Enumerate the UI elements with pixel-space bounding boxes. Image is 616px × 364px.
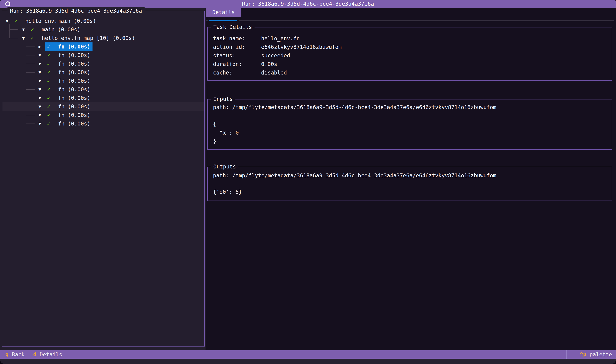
tree-item[interactable]: ▼✓hello_env.fn_map [10] (0.00s)	[2, 34, 204, 42]
detail-row: cache:disabled	[213, 68, 612, 77]
expanded-arrow-icon[interactable]: ▼	[38, 102, 47, 111]
tree-item-label: fn (0.00s)	[58, 111, 90, 119]
tree-item-label: fn (0.00s)	[58, 102, 90, 111]
expanded-arrow-icon[interactable]: ▼	[22, 25, 31, 34]
detail-value: disabled	[261, 68, 287, 77]
expanded-arrow-icon[interactable]: ▼	[6, 17, 14, 25]
detail-label: status:	[213, 51, 261, 60]
inputs-title: Inputs	[211, 95, 235, 103]
detail-row: status:succeeded	[213, 51, 612, 60]
success-check-icon: ✓	[47, 68, 58, 77]
success-check-icon: ✓	[47, 119, 58, 128]
hotkey-letter: q	[5, 351, 9, 358]
success-check-icon: ✓	[47, 111, 58, 119]
left-region: Run: 3618a6a9-3d5d-4d6c-bce4-3de3a4a37e6…	[0, 8, 205, 350]
tree-item[interactable]: ▼✓fn (0.00s)	[2, 60, 204, 68]
inputs-box: Inputs path: /tmp/flyte/metadata/3618a6a…	[207, 99, 612, 150]
tree-item-label: hello_env.main (0.00s)	[25, 17, 96, 25]
tree-item[interactable]: ▼✓fn (0.00s)	[2, 85, 204, 94]
expanded-arrow-icon[interactable]: ▼	[38, 111, 47, 119]
hotkey-label: Back	[9, 351, 25, 358]
tree-item[interactable]: ▼✓fn (0.00s)	[2, 102, 204, 111]
expanded-arrow-icon[interactable]: ▼	[38, 60, 47, 68]
success-check-icon: ✓	[47, 77, 58, 85]
task-details-title: Task Details	[211, 23, 255, 31]
success-check-icon: ✓	[47, 60, 58, 68]
tab-active-indicator	[209, 20, 237, 21]
expanded-arrow-icon[interactable]: ▼	[38, 119, 47, 128]
tree-item[interactable]: ▼✓fn (0.00s)	[2, 68, 204, 77]
detail-value: e646ztvkyv8714o16zbuwufom	[261, 43, 342, 51]
tree-item-label: fn (0.00s)	[58, 51, 90, 60]
hotkey-label: palette	[586, 351, 612, 358]
hotkey-letter: d	[33, 351, 36, 358]
run-title: Run: 3618a6a9-3d5d-4d6c-bce4-3de3a4a37e6…	[0, 0, 616, 8]
outputs-title: Outputs	[211, 163, 238, 170]
tree-item-label: fn (0.00s)	[58, 42, 90, 51]
tree-item-label: fn (0.00s)	[58, 119, 90, 128]
outputs-path: path: /tmp/flyte/metadata/3618a6a9-3d5d-…	[213, 171, 612, 180]
expanded-arrow-icon[interactable]: ▼	[38, 51, 47, 60]
run-tree-panel: Run: 3618a6a9-3d5d-4d6c-bce4-3de3a4a37e6…	[2, 11, 205, 347]
tree-item-label: fn (0.00s)	[58, 77, 90, 85]
task-details-rows: task name:hello_env.fnaction id:e646ztvk…	[213, 34, 612, 77]
tree-rows: ▼✓hello_env.main (0.00s)▼✓main (0.00s)▼✓…	[2, 11, 204, 346]
tree-item[interactable]: ▼✓fn (0.00s)	[2, 94, 204, 102]
detail-label: duration:	[213, 60, 261, 68]
success-check-icon: ✓	[31, 25, 42, 34]
title-bar: Run: 3618a6a9-3d5d-4d6c-bce4-3de3a4a37e6…	[0, 0, 616, 8]
detail-value: succeeded	[261, 51, 290, 60]
detail-value: hello_env.fn	[261, 34, 300, 43]
success-check-icon: ✓	[47, 102, 58, 111]
tree-item-label: main (0.00s)	[42, 25, 80, 34]
detail-row: task name:hello_env.fn	[213, 34, 612, 43]
expanded-arrow-icon[interactable]: ▼	[38, 68, 47, 77]
success-check-icon: ✓	[31, 34, 42, 42]
detail-row: duration:0.00s	[213, 60, 612, 68]
hotkey-d[interactable]: d Details	[33, 350, 62, 359]
tree-item-label: fn (0.00s)	[58, 60, 90, 68]
tree-item-label: fn (0.00s)	[58, 94, 90, 102]
tree-item[interactable]: ▼✓hello_env.main (0.00s)	[2, 17, 204, 25]
success-check-icon: ✓	[47, 94, 58, 102]
expanded-arrow-icon[interactable]: ▼	[38, 94, 47, 102]
expanded-arrow-icon[interactable]: ▼	[38, 77, 47, 85]
success-check-icon: ✓	[47, 42, 58, 51]
hotkey-letter: ^p	[580, 351, 586, 358]
tree-item[interactable]: ▼✓fn (0.00s)	[2, 77, 204, 85]
window-bottom-edge	[0, 359, 616, 364]
statusbar-divider	[566, 350, 567, 359]
status-bar: q Backd Details ^p palette	[0, 350, 616, 359]
tree-item-label: fn (0.00s)	[58, 68, 90, 77]
tree-item-label: fn (0.00s)	[58, 85, 90, 94]
detail-value: 0.00s	[261, 60, 277, 68]
tab-underline	[239, 20, 614, 21]
statusbar-left: q Backd Details	[5, 350, 62, 359]
inputs-json: { "x": 0 }	[213, 120, 612, 146]
success-check-icon: ✓	[47, 85, 58, 94]
statusbar-right: ^p palette	[580, 350, 612, 359]
hotkey-q[interactable]: q Back	[5, 350, 25, 359]
tree-item-selection: ✓fn (0.00s)	[45, 42, 92, 51]
detail-label: cache:	[213, 68, 261, 77]
tree-item[interactable]: ▼✓main (0.00s)	[2, 25, 204, 34]
details-region: Details Task Details task name:hello_env…	[205, 8, 616, 350]
inputs-path: path: /tmp/flyte/metadata/3618a6a9-3d5d-…	[213, 103, 612, 112]
tree-item[interactable]: ▼✓fn (0.00s)	[2, 119, 204, 128]
expanded-arrow-icon[interactable]: ▼	[22, 34, 31, 42]
tree-item[interactable]: ▶✓fn (0.00s)	[2, 42, 204, 51]
task-details-box: Task Details task name:hello_env.fnactio…	[207, 27, 612, 81]
success-check-icon: ✓	[47, 51, 58, 60]
expanded-arrow-icon[interactable]: ▼	[38, 85, 47, 94]
success-check-icon: ✓	[14, 17, 25, 25]
outputs-value: {'o0': 5}	[213, 188, 612, 196]
tree-item-label: hello_env.fn_map [10] (0.00s)	[42, 34, 135, 42]
hotkey-ctrl-p[interactable]: ^p palette	[580, 350, 612, 359]
tab-details[interactable]: Details	[206, 8, 241, 17]
detail-label: action id:	[213, 43, 261, 51]
detail-label: task name:	[213, 34, 261, 43]
tree-item[interactable]: ▼✓fn (0.00s)	[2, 111, 204, 119]
app-window: Run: 3618a6a9-3d5d-4d6c-bce4-3de3a4a37e6…	[0, 0, 616, 364]
outputs-box: Outputs path: /tmp/flyte/metadata/3618a6…	[207, 167, 612, 201]
tree-item[interactable]: ▼✓fn (0.00s)	[2, 51, 204, 60]
